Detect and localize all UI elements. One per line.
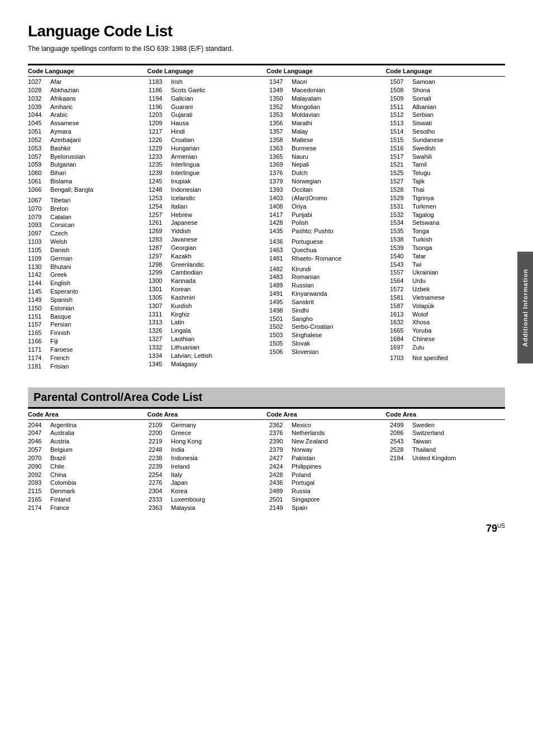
name-cell: Tonga <box>412 227 505 235</box>
name-cell: Javanese <box>171 235 264 244</box>
name-cell: Gujarati <box>171 111 264 119</box>
table-row: 1313Latin <box>149 318 264 327</box>
code-cell: 1305 <box>149 294 171 302</box>
code-cell: 2379 <box>269 446 292 454</box>
name-cell: Basque <box>50 313 143 321</box>
page: Language Code List The language spelling… <box>0 0 533 551</box>
table-row: 1203Gujarati <box>149 111 264 119</box>
code-cell: 1283 <box>149 235 171 244</box>
code-cell: 1363 <box>269 144 292 153</box>
name-cell: German <box>50 254 143 263</box>
code-cell: 1181 <box>28 362 50 371</box>
table-row: 1079Catalan <box>28 213 143 221</box>
code-cell: 1150 <box>28 304 50 313</box>
name-cell: Breton <box>50 205 143 213</box>
table-row: 1512Serbian <box>390 111 505 119</box>
table-row: 1183Irish <box>149 78 264 86</box>
name-cell: Punjabi <box>292 211 384 219</box>
code-cell: 1514 <box>390 127 412 136</box>
table-row: 1248Indonesian <box>149 186 264 194</box>
name-cell: Netherlands <box>292 429 384 437</box>
name-cell: Croatian <box>171 136 264 144</box>
name-cell: Fiji <box>50 337 143 346</box>
table-row: 1149Spanish <box>28 296 143 304</box>
table-row: 1521Tamil <box>390 160 505 169</box>
name-cell: Uzbek <box>412 285 505 294</box>
table-row: 1517Swahili <box>390 153 505 161</box>
code-cell: 2499 <box>390 421 412 429</box>
name-cell: Pashto; Pushto <box>292 227 384 235</box>
code-cell: 2501 <box>269 495 292 504</box>
table-row: 1299Cambodian <box>149 268 264 277</box>
name-cell: Bengali; Bangla <box>50 186 143 194</box>
name-cell: China <box>50 471 143 479</box>
code-cell: 1436 <box>269 238 292 246</box>
code-cell: 1350 <box>269 94 292 103</box>
table-row: 2086Switzerland <box>390 429 505 437</box>
code-cell: 2489 <box>269 487 292 495</box>
table-row: 1393Occitan <box>269 186 384 194</box>
table-row: 1482Kirundi <box>269 265 384 273</box>
parental-table-header: Code Area Code Area Code Area Code Area <box>28 407 505 420</box>
table-row: 1051Aymara <box>28 127 143 136</box>
name-cell: Georgian <box>171 244 264 252</box>
code-cell: 1298 <box>149 261 171 269</box>
code-cell: 1059 <box>28 160 50 169</box>
table-row: 1358Maltese <box>269 136 384 144</box>
code-cell: 1269 <box>149 227 171 235</box>
name-cell: Faroese <box>50 346 143 354</box>
table-row: 1498Sindhi <box>269 306 384 315</box>
name-cell: Slovenian <box>292 348 384 356</box>
name-cell: Interlingua <box>171 160 264 169</box>
table-row: 1305Kashmiri <box>149 294 264 302</box>
name-cell: Japanese <box>171 219 264 227</box>
table-row: 1379Norwegian <box>269 177 384 186</box>
code-cell: 1534 <box>390 219 412 227</box>
code-cell: 1151 <box>28 313 50 321</box>
lang-col-header-2: Code Language <box>147 68 267 74</box>
name-cell: Latvian; Lettish <box>171 352 264 360</box>
table-row: 2070Brazil <box>28 454 143 462</box>
code-cell: 1297 <box>149 252 171 261</box>
code-cell: 1233 <box>149 153 171 161</box>
table-row: 2543Taiwan <box>390 437 505 446</box>
table-row: 2090Chile <box>28 462 143 471</box>
table-row: 1557Ukrainian <box>390 268 505 277</box>
name-cell: Denmark <box>50 487 143 495</box>
table-row: 2376Netherlands <box>269 429 384 437</box>
code-cell: 1313 <box>149 318 171 327</box>
table-row: 1365Nauru <box>269 153 384 161</box>
name-cell: Taiwan <box>412 437 505 446</box>
table-row: 1028Abkhazian <box>28 86 143 94</box>
code-cell: 2376 <box>269 429 292 437</box>
name-cell: English <box>50 279 143 287</box>
name-cell: Tagalog <box>412 211 505 219</box>
table-row: 1528Thai <box>390 186 505 194</box>
code-cell: 1505 <box>269 339 292 348</box>
name-cell: Nauru <box>292 153 384 161</box>
code-cell: 1060 <box>28 169 50 177</box>
table-row: 1245Inupiak <box>149 177 264 186</box>
name-cell: Kashmiri <box>171 294 264 302</box>
table-row: 1253Icelandic <box>149 194 264 202</box>
name-cell: Ukrainian <box>412 268 505 277</box>
code-cell: 2200 <box>149 429 171 437</box>
name-cell: Dutch <box>292 169 384 177</box>
code-cell: 1513 <box>390 119 412 127</box>
name-cell: Albanian <box>412 103 505 111</box>
table-row: 2276Japan <box>149 479 264 487</box>
name-cell: Maori <box>292 78 384 86</box>
code-cell: 2427 <box>269 454 292 462</box>
table-row: 2390New Zealand <box>269 437 384 446</box>
name-cell: Danish <box>50 246 143 254</box>
name-cell: Swahili <box>412 153 505 161</box>
lang-col-header-1: Code Language <box>28 68 147 74</box>
name-cell: Italy <box>171 471 264 479</box>
code-cell: 1052 <box>28 136 50 144</box>
name-cell: Chile <box>50 462 143 471</box>
table-row: 1045Assamese <box>28 119 143 127</box>
table-row: 1587Volapük <box>390 302 505 310</box>
name-cell: Burmese <box>292 144 384 153</box>
table-row: 2427Pakistan <box>269 454 384 462</box>
table-row: 2200Greece <box>149 429 264 437</box>
